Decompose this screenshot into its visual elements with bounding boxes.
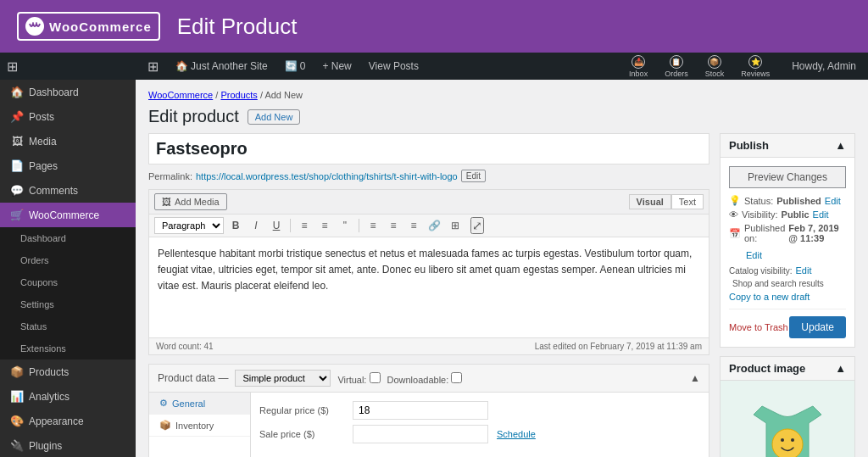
main-column: Permalink: https://local.wordpress.test/… bbox=[148, 133, 709, 457]
side-column: Publish ▲ Preview Changes 💡 Status: Publ… bbox=[720, 133, 855, 457]
woo-tab-inbox[interactable]: 📥 Inbox bbox=[626, 53, 651, 80]
page-heading: Edit Product bbox=[177, 14, 298, 40]
pd-tab-inventory[interactable]: 📦 Inventory bbox=[149, 415, 250, 437]
submenu-dashboard[interactable]: Dashboard bbox=[0, 227, 136, 249]
sidebar-item-comments[interactable]: 💬 Comments bbox=[0, 178, 136, 203]
editor-footer: Word count: 41 Last edited on February 7… bbox=[148, 338, 709, 355]
submenu-extensions[interactable]: Extensions bbox=[0, 337, 136, 359]
new-btn[interactable]: + New bbox=[317, 57, 356, 75]
sidebar-item-appearance[interactable]: 🎨 Appearance bbox=[0, 409, 136, 433]
sidebar-item-posts[interactable]: 📌 Posts bbox=[0, 104, 136, 129]
update-button[interactable]: Update bbox=[789, 316, 846, 338]
howdy-item[interactable]: Howdy, Admin bbox=[787, 57, 861, 75]
sidebar-item-label: Plugins bbox=[29, 440, 62, 452]
edit-product-title: Edit product bbox=[148, 107, 239, 126]
woo-tab-orders[interactable]: 📋 Orders bbox=[661, 53, 692, 80]
sidebar-item-woocommerce[interactable]: 🛒 WooCommerce bbox=[0, 203, 136, 227]
sidebar-item-analytics[interactable]: 📊 Analytics bbox=[0, 384, 136, 409]
copy-draft-link[interactable]: Copy to a new draft bbox=[729, 292, 846, 302]
published-edit-link[interactable]: Edit bbox=[746, 250, 762, 260]
sidebar-admin-bar: ⊞ bbox=[0, 53, 136, 80]
sidebar-item-label: WooCommerce bbox=[29, 209, 99, 221]
visibility-label: Visibility: bbox=[742, 209, 778, 220]
ul-button[interactable]: ≡ bbox=[296, 218, 313, 233]
ol-button[interactable]: ≡ bbox=[316, 218, 333, 233]
pages-icon: 📄 bbox=[10, 159, 24, 172]
product-data-content: Regular price ($) Sale price ($) Schedul… bbox=[251, 393, 709, 457]
visibility-edit-link[interactable]: Edit bbox=[813, 209, 829, 220]
more-button[interactable]: ⊞ bbox=[447, 218, 464, 233]
align-left-button[interactable]: ≡ bbox=[364, 218, 381, 233]
breadcrumb-products[interactable]: Products bbox=[220, 90, 257, 100]
align-center-button[interactable]: ≡ bbox=[385, 218, 402, 233]
site-name-btn[interactable]: 🏠 Just Another Site bbox=[170, 57, 273, 75]
product-data-toggle[interactable]: ▲ bbox=[690, 372, 700, 384]
product-name-input[interactable] bbox=[148, 133, 709, 164]
woo-tab-reviews[interactable]: ⭐ Reviews bbox=[737, 53, 773, 80]
link-button[interactable]: 🔗 bbox=[426, 218, 443, 233]
virtual-label: Virtual: bbox=[337, 372, 380, 385]
visibility-value: Public bbox=[782, 209, 810, 220]
sale-price-label: Sale price ($) bbox=[259, 429, 344, 439]
submenu-status[interactable]: Status bbox=[0, 315, 136, 337]
text-tab[interactable]: Text bbox=[671, 194, 704, 209]
product-type-select[interactable]: Simple product Variable product Grouped … bbox=[235, 370, 331, 387]
sidebar-item-products[interactable]: 📦 Products bbox=[0, 359, 136, 384]
permalink-url[interactable]: https://local.wordpress.test/shop/clothi… bbox=[196, 171, 458, 181]
regular-price-input[interactable] bbox=[353, 401, 488, 420]
expand-button[interactable]: ⤢ bbox=[470, 217, 484, 234]
sidebar-item-pages[interactable]: 📄 Pages bbox=[0, 153, 136, 178]
virtual-checkbox[interactable] bbox=[370, 372, 381, 383]
italic-button[interactable]: I bbox=[248, 218, 264, 233]
permalink-label: Permalink: bbox=[148, 171, 192, 181]
format-sep-2 bbox=[359, 219, 359, 232]
sidebar-item-dashboard[interactable]: 🏠 Dashboard bbox=[0, 80, 136, 104]
quote-button[interactable]: " bbox=[337, 218, 353, 233]
product-data-section: Product data — Simple product Variable p… bbox=[148, 364, 709, 457]
woo-logo: WooCommerce bbox=[17, 12, 160, 41]
reviews-icon: ⭐ bbox=[748, 55, 762, 69]
products-icon: 📦 bbox=[10, 365, 24, 378]
pd-tab-general[interactable]: ⚙ General bbox=[149, 393, 250, 415]
align-right-button[interactable]: ≡ bbox=[405, 218, 422, 233]
updates-btn[interactable]: 🔄 0 bbox=[280, 57, 311, 75]
submenu-orders[interactable]: Orders bbox=[0, 249, 136, 271]
publish-collapse-icon: ▲ bbox=[835, 139, 846, 152]
wp-container: ⊞ 🏠 Dashboard 📌 Posts 🖼 Media 📄 Pages 💬 … bbox=[0, 53, 868, 457]
sidebar-item-plugins[interactable]: 🔌 Plugins bbox=[0, 433, 136, 457]
move-trash-link[interactable]: Move to Trash bbox=[729, 322, 788, 332]
underline-button[interactable]: U bbox=[268, 218, 285, 233]
woo-sidebar-icon: 🛒 bbox=[10, 209, 24, 221]
format-select[interactable]: Paragraph Heading 1 Heading 2 bbox=[154, 217, 224, 234]
media-icon: 🖼 bbox=[10, 135, 24, 148]
add-media-button[interactable]: 🖼 Add Media bbox=[154, 193, 227, 210]
product-image-placeholder[interactable] bbox=[721, 381, 854, 457]
view-posts-btn[interactable]: View Posts bbox=[364, 57, 424, 75]
catalog-label: Catalog visibility: bbox=[729, 266, 792, 276]
woo-tab-stock[interactable]: 📦 Stock bbox=[702, 53, 728, 80]
editor-area[interactable]: Pellentesque habitant morbi tristique se… bbox=[148, 237, 709, 338]
sidebar-item-media[interactable]: 🖼 Media bbox=[0, 129, 136, 153]
downloadable-label: Downloadable: bbox=[387, 372, 463, 385]
preview-button[interactable]: Preview Changes bbox=[729, 166, 846, 188]
posts-icon: 📌 bbox=[10, 110, 24, 123]
top-banner: WooCommerce Edit Product bbox=[0, 0, 868, 53]
add-new-button[interactable]: Add New bbox=[248, 109, 301, 125]
status-edit-link[interactable]: Edit bbox=[825, 196, 841, 206]
schedule-link[interactable]: Schedule bbox=[497, 429, 536, 439]
status-value: Published bbox=[776, 196, 821, 206]
visual-tab[interactable]: Visual bbox=[629, 194, 671, 209]
downloadable-checkbox[interactable] bbox=[451, 372, 462, 383]
sale-price-input[interactable] bbox=[353, 425, 488, 443]
sidebar-item-label: Appearance bbox=[29, 415, 84, 427]
submenu-coupons[interactable]: Coupons bbox=[0, 271, 136, 293]
submenu-label: Extensions bbox=[20, 343, 66, 354]
wp-logo-btn[interactable]: ⊞ bbox=[142, 55, 164, 78]
permalink-edit-button[interactable]: Edit bbox=[461, 170, 486, 182]
site-name: Just Another Site bbox=[191, 60, 268, 72]
submenu-settings[interactable]: Settings bbox=[0, 293, 136, 315]
catalog-edit-link[interactable]: Edit bbox=[795, 265, 811, 276]
bold-button[interactable]: B bbox=[227, 218, 244, 233]
breadcrumb-woocommerce[interactable]: WooCommerce bbox=[148, 90, 213, 100]
comments-icon: 💬 bbox=[10, 184, 24, 197]
